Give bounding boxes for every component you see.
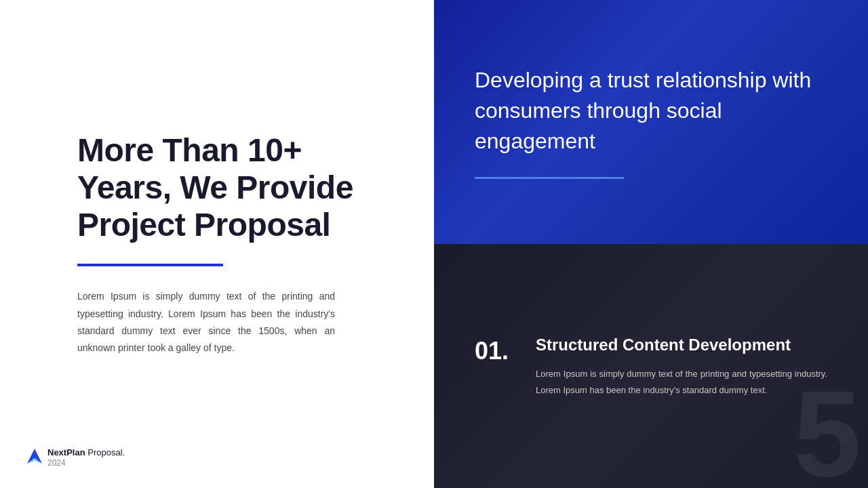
item-text-block: Structured Content Development Lorem Ips… — [536, 334, 827, 398]
main-heading: More Than 10+ Years, We Provide Project … — [77, 131, 393, 244]
logo-text: NextPlan Proposal. 2024 — [47, 447, 125, 468]
right-panel: Developing a trust relationship with con… — [434, 0, 868, 488]
right-top-content: Developing a trust relationship with con… — [475, 65, 827, 178]
item-title: Structured Content Development — [536, 334, 827, 355]
left-body-text: Lorem Ipsum is simply dummy text of the … — [77, 288, 335, 357]
item-body-text: Lorem Ipsum is simply dummy text of the … — [536, 366, 827, 398]
logo-icon — [27, 449, 42, 464]
right-bottom-section: 5 01. Structured Content Development Lor… — [434, 244, 868, 488]
svg-marker-0 — [27, 449, 42, 464]
right-top-heading: Developing a trust relationship with con… — [475, 65, 814, 156]
footer: NextPlan Proposal. 2024 — [27, 447, 125, 468]
brand-name: NextPlan Proposal. — [47, 447, 125, 458]
right-top-section: Developing a trust relationship with con… — [434, 0, 868, 244]
right-bottom-content: 01. Structured Content Development Lorem… — [475, 334, 827, 398]
item-number: 01. — [475, 334, 515, 365]
left-panel: More Than 10+ Years, We Provide Project … — [0, 0, 434, 488]
brand-year: 2024 — [47, 458, 125, 468]
left-divider — [77, 264, 223, 266]
right-top-divider — [475, 177, 624, 179]
